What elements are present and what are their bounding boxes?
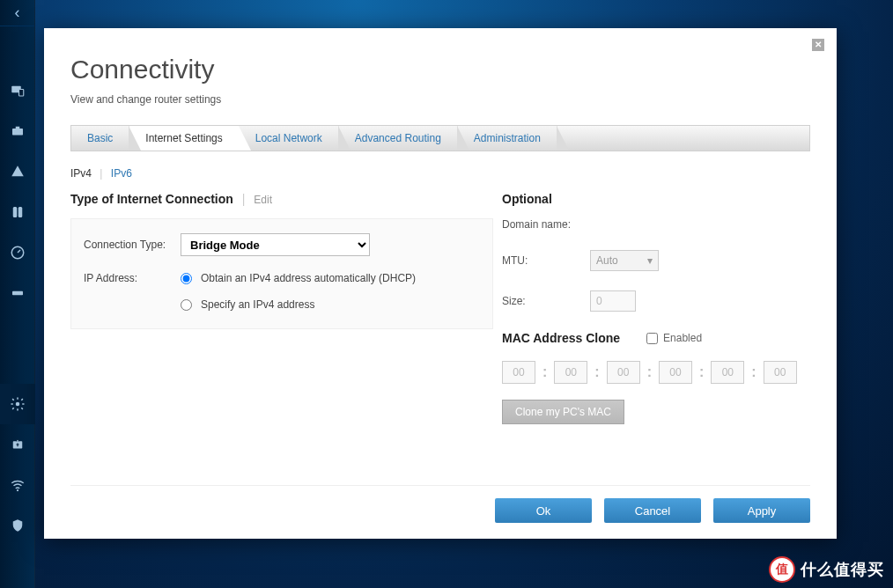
mac-clone-heading: MAC Address Clone — [502, 331, 620, 345]
mac-octet-6 — [764, 361, 797, 384]
radio-static[interactable]: Specify an IPv4 address — [181, 298, 480, 311]
mac-address-fields: : : : : : — [502, 361, 810, 384]
tab-basic[interactable]: Basic — [71, 126, 129, 151]
connectivity-modal: ✕ Connectivity View and change router se… — [44, 28, 837, 539]
mac-octet-4 — [659, 361, 692, 384]
mtu-label: MTU: — [502, 254, 590, 267]
section-heading: Type of Internet Connection — [70, 192, 233, 206]
connection-type-select[interactable]: Bridge Mode — [181, 233, 370, 256]
mac-octet-1 — [502, 361, 535, 384]
page-title: Connectivity — [70, 55, 810, 85]
mac-enabled-checkbox[interactable]: Enabled — [646, 332, 702, 344]
tab-administration[interactable]: Administration — [458, 126, 557, 151]
radio-dhcp-input[interactable] — [181, 273, 192, 284]
parental-icon[interactable] — [0, 151, 35, 192]
clone-mac-button: Clone my PC's MAC — [502, 400, 624, 424]
optional-heading: Optional — [502, 192, 810, 206]
settings-icon[interactable] — [0, 384, 35, 424]
mac-enabled-input[interactable] — [646, 333, 658, 344]
modal-footer: Ok Cancel Apply — [70, 485, 810, 523]
connection-type-section: Type of Internet Connection | Edit Conne… — [70, 192, 493, 476]
svg-rect-4 — [12, 207, 17, 217]
mtu-select: Auto▾ — [590, 250, 659, 271]
cancel-button[interactable]: Cancel — [604, 498, 701, 523]
troubleshoot-icon[interactable] — [0, 424, 35, 465]
tab-advanced-routing[interactable]: Advanced Routing — [339, 126, 458, 151]
media-icon[interactable] — [0, 192, 35, 232]
domain-name-label: Domain name: — [502, 218, 590, 231]
tab-local-network[interactable]: Local Network — [240, 126, 339, 151]
svg-rect-1 — [18, 90, 23, 97]
connection-type-label: Connection Type: — [84, 239, 181, 251]
wireless-icon[interactable] — [0, 465, 35, 505]
sidebar: ‹ — [0, 0, 35, 588]
ip-version-subtabs: IPv4 | IPv6 — [70, 167, 810, 180]
size-input — [590, 290, 636, 312]
svg-rect-2 — [12, 129, 23, 136]
mac-octet-2 — [554, 361, 587, 384]
radio-static-input[interactable] — [181, 299, 192, 311]
subtab-ipv4[interactable]: IPv4 — [70, 167, 92, 180]
usb-icon[interactable] — [0, 273, 35, 313]
mac-octet-3 — [607, 361, 640, 384]
svg-rect-5 — [18, 207, 22, 217]
subtab-ipv6[interactable]: IPv6 — [111, 167, 132, 180]
svg-point-8 — [15, 402, 19, 407]
svg-point-10 — [16, 489, 18, 491]
ok-button[interactable]: Ok — [495, 498, 592, 523]
speed-icon[interactable] — [0, 232, 35, 273]
size-label: Size: — [502, 295, 590, 307]
watermark: 值什么值得买 — [769, 556, 884, 583]
svg-rect-7 — [12, 291, 23, 296]
devices-icon[interactable] — [0, 70, 35, 111]
tab-internet-settings[interactable]: Internet Settings — [129, 126, 239, 151]
page-subtitle: View and change router settings — [70, 93, 810, 106]
optional-section: Optional Domain name: MTU: Auto▾ Size: M… — [493, 192, 810, 476]
mac-octet-5 — [711, 361, 744, 384]
radio-dhcp[interactable]: Obtain an IPv4 address automatically (DH… — [181, 272, 480, 284]
tabs: Basic Internet Settings Local Network Ad… — [70, 125, 810, 151]
guest-icon[interactable] — [0, 111, 35, 151]
edit-link[interactable]: Edit — [254, 194, 272, 206]
back-button[interactable]: ‹ — [0, 0, 34, 26]
ip-address-label: IP Address: — [84, 272, 181, 284]
apply-button[interactable]: Apply — [713, 498, 810, 523]
security-icon[interactable] — [0, 505, 35, 546]
close-icon[interactable]: ✕ — [812, 39, 824, 51]
modal-area: ✕ Connectivity View and change router se… — [35, 0, 893, 588]
svg-rect-3 — [15, 127, 19, 129]
